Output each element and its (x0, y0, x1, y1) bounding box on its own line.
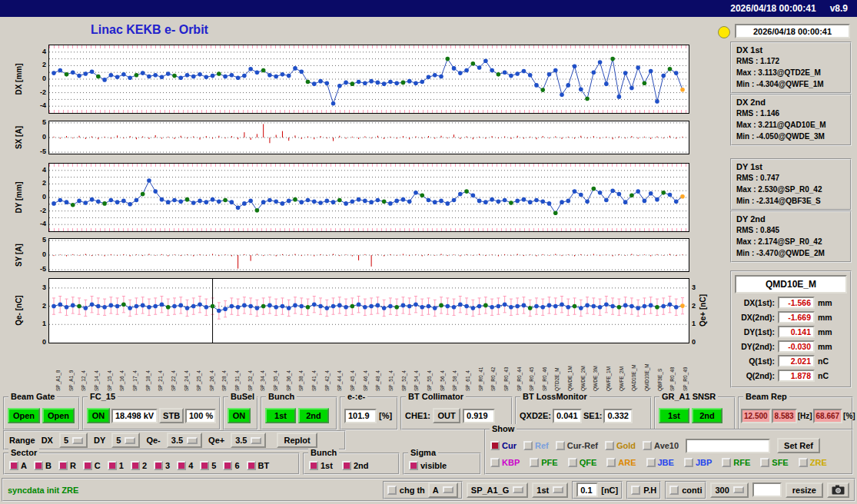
checkbox-box[interactable] (722, 458, 731, 467)
show-jbp[interactable]: JBP (684, 458, 712, 467)
sector-4[interactable]: 4 (177, 461, 193, 470)
checkbox-box[interactable] (530, 458, 539, 467)
bunch-1st[interactable]: 1st (309, 461, 333, 470)
show-cur-ref[interactable]: Cur-Ref (556, 441, 598, 450)
fc15-stb-button[interactable]: STB (159, 408, 184, 423)
checkbox-box[interactable] (9, 461, 18, 470)
station-label: SP_34_4 (260, 370, 265, 391)
show-zre[interactable]: ZRE (799, 458, 827, 467)
checkbox-box[interactable] (556, 441, 565, 450)
checkbox-box[interactable] (606, 458, 616, 467)
range-dy-select[interactable]: 5 (111, 433, 140, 448)
checkbox-box[interactable] (131, 461, 140, 470)
bunch-1st-button[interactable]: 1st (265, 408, 296, 423)
dropdown-mark-icon (553, 486, 563, 493)
sy-steering-chart[interactable] (48, 238, 689, 272)
conti-checkbox[interactable] (669, 486, 679, 495)
show-gold[interactable]: Gold (605, 441, 636, 450)
screenshot-button[interactable] (827, 482, 849, 498)
checkbox-box[interactable] (177, 461, 186, 470)
show-sfe[interactable]: SFE (760, 458, 788, 467)
range-qem-select[interactable]: 3.5 (167, 433, 202, 448)
checkbox-box[interactable] (643, 441, 652, 450)
bunch-2nd[interactable]: 2nd (342, 461, 369, 470)
set-ref-button[interactable]: Set Ref (777, 438, 820, 453)
points-select[interactable]: 300 (710, 482, 748, 498)
show-jbe[interactable]: JBE (646, 458, 674, 467)
bunch-number-select[interactable]: 1st (532, 482, 568, 498)
show-rfe[interactable]: RFE (722, 458, 750, 467)
checkbox-box[interactable] (799, 458, 808, 467)
checkbox-box[interactable] (58, 461, 68, 470)
checkbox-box[interactable] (490, 441, 500, 450)
checkbox-box[interactable] (309, 461, 318, 470)
thresh-sector-select[interactable]: A (428, 482, 458, 498)
monitor-row: DX(2nd):-1.669mm (735, 310, 847, 323)
checkbox-box[interactable] (154, 461, 163, 470)
monitor-row-label: DX(1st): (735, 298, 775, 307)
ph-checkbox[interactable] (631, 486, 640, 495)
checkbox-box[interactable] (247, 461, 256, 470)
show-are[interactable]: ARE (606, 458, 636, 467)
sector-5[interactable]: 5 (200, 461, 216, 470)
checkbox-box[interactable] (490, 458, 500, 467)
checkbox-box[interactable] (34, 461, 43, 470)
resize-button[interactable]: resize (786, 482, 823, 498)
show-ref[interactable]: Ref (523, 441, 549, 450)
checkbox-box[interactable] (568, 458, 577, 467)
range-dx-select[interactable]: 5 (59, 433, 88, 448)
fc15-panel: FC_15 ON 18.498 kV STB 100 % (82, 396, 221, 430)
checkbox-box[interactable] (760, 458, 769, 467)
show-pfe[interactable]: PFE (530, 458, 557, 467)
show-kbp[interactable]: KBP (490, 458, 520, 467)
sector-a[interactable]: A (9, 461, 27, 470)
che1-out-button[interactable]: OUT (433, 408, 460, 423)
ref-name-input[interactable] (686, 439, 770, 453)
titlebar-clock: 2026/04/18 00:00:41 (730, 3, 815, 14)
checkbox-box[interactable] (523, 441, 533, 450)
chg-th-checkbox[interactable] (387, 486, 397, 495)
sector-3[interactable]: 3 (154, 461, 170, 470)
checkbox-box[interactable] (200, 461, 209, 470)
dx-orbit-chart[interactable] (48, 45, 689, 114)
dy-orbit-chart[interactable] (48, 163, 689, 232)
beam-gate-open-2-button[interactable]: Open (42, 408, 75, 423)
show-cur[interactable]: Cur (490, 441, 517, 450)
stat-box-dx-1st: DX 1stRMS : 1.172Max : 3.113@QTD2E_MMin … (730, 41, 852, 94)
aux-input[interactable] (752, 482, 782, 497)
checkbox-box[interactable] (605, 441, 614, 450)
gr-a1-1st-button[interactable]: 1st (659, 408, 689, 423)
checkbox-box[interactable] (409, 461, 418, 470)
station-label: SP_31_4 (234, 370, 240, 391)
sector-b[interactable]: B (34, 461, 51, 470)
device-select[interactable]: SP_A1_G (467, 482, 529, 498)
checkbox-box[interactable] (223, 461, 232, 470)
checkbox-box[interactable] (108, 461, 117, 470)
gr-a1-2nd-button[interactable]: 2nd (692, 408, 722, 423)
sector-6[interactable]: 6 (223, 461, 239, 470)
station-label: SP_14_4 (94, 370, 99, 391)
stat-box-title: DY 2nd (736, 214, 845, 224)
busel-on-button[interactable]: ON (228, 408, 251, 423)
sector-1[interactable]: 1 (108, 461, 124, 470)
show-ave10[interactable]: Ave10 (643, 441, 679, 450)
beam-gate-open-1-button[interactable]: Open (8, 408, 40, 423)
qe-plus-axis-label: Qe+ [nC] (697, 287, 708, 333)
checkbox-box[interactable] (342, 461, 351, 470)
replot-button[interactable]: Replot (277, 433, 317, 448)
charge-chart[interactable] (48, 278, 689, 343)
sector-bt[interactable]: BT (247, 461, 270, 470)
sector-c[interactable]: C (83, 461, 101, 470)
fc15-on-button[interactable]: ON (87, 408, 110, 423)
sector-r[interactable]: R (58, 461, 76, 470)
sector-2[interactable]: 2 (131, 461, 147, 470)
bunch-2nd-button[interactable]: 2nd (298, 408, 329, 423)
checkbox-label: 2nd (354, 461, 369, 470)
show-qfe[interactable]: QFE (568, 458, 597, 467)
checkbox-box[interactable] (83, 461, 92, 470)
sx-steering-chart[interactable] (48, 121, 689, 154)
range-qep-select[interactable]: 3.5 (231, 433, 266, 448)
checkbox-box[interactable] (646, 458, 656, 467)
sigma-visible[interactable]: visible (409, 461, 447, 470)
checkbox-box[interactable] (684, 458, 693, 467)
